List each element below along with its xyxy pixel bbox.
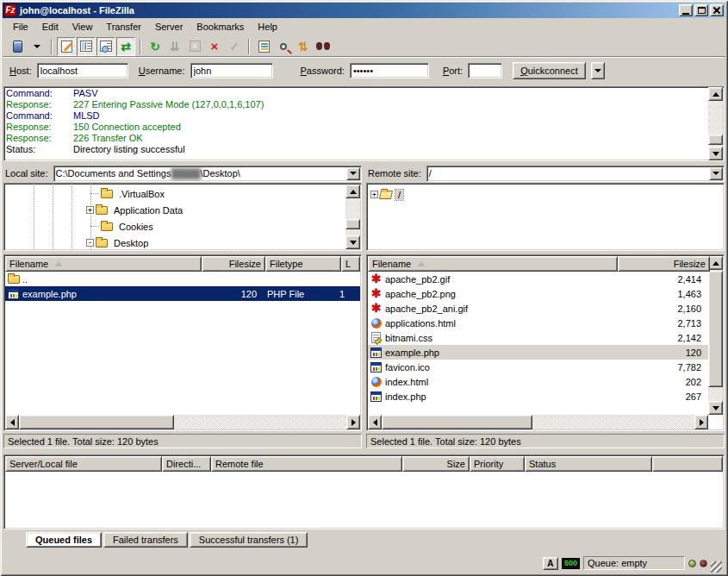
column-header-filesize[interactable]: Filesize <box>202 256 265 272</box>
close-button[interactable] <box>710 4 724 16</box>
quickconnect-dropdown[interactable] <box>591 62 605 79</box>
message-log[interactable]: Command:PASV Response:227 Entering Passi… <box>3 86 725 161</box>
file-row-parent-dir[interactable]: .. <box>5 272 360 286</box>
title-bar[interactable]: Fz john@localhost - FileZilla <box>3 3 725 18</box>
remote-site-combo[interactable]: / <box>426 166 725 182</box>
process-queue-button[interactable]: ⇊ <box>165 37 184 56</box>
scroll-down-button[interactable] <box>708 401 723 415</box>
column-header-filesize[interactable]: Filesize <box>618 256 710 272</box>
column-header-filename[interactable]: Filename <box>5 256 202 272</box>
expand-icon[interactable]: + <box>370 191 378 198</box>
reconnect-button[interactable]: ✓ <box>225 37 244 56</box>
column-header-direction[interactable]: Directi... <box>162 456 211 472</box>
local-site-dropdown[interactable] <box>346 167 360 180</box>
remote-list-hscrollbar[interactable] <box>368 415 708 429</box>
resize-grip[interactable] <box>711 561 722 573</box>
toggle-remote-tree-button[interactable] <box>96 37 115 56</box>
log-scrollbar[interactable] <box>708 87 723 160</box>
remote-list-body[interactable]: ✱apache_pb2.gif2,414 ✱apache_pb2.png1,46… <box>368 272 708 415</box>
scrollbar-thumb[interactable] <box>19 415 174 429</box>
tab-failed-transfers[interactable]: Failed transfers <box>103 532 188 548</box>
tab-successful-transfers[interactable]: Successful transfers (1) <box>190 532 308 548</box>
column-header-modified[interactable]: L <box>341 256 360 272</box>
tree-item-application-data[interactable]: + Application Data <box>4 202 361 218</box>
tree-item-desktop[interactable]: - Desktop <box>4 235 361 251</box>
local-list-hscrollbar[interactable] <box>5 415 360 429</box>
file-row[interactable]: applications.html2,713 <box>368 316 708 330</box>
scroll-up-button[interactable] <box>345 185 360 198</box>
menu-server[interactable]: Server <box>148 20 190 34</box>
collapse-icon[interactable]: - <box>86 239 94 247</box>
column-header-remote-file[interactable]: Remote file <box>211 456 402 472</box>
scroll-up-button[interactable] <box>708 87 723 101</box>
tree-item-cookies[interactable]: Cookies <box>4 218 361 235</box>
local-tree[interactable]: .VirtualBox + Application Data Cookies -… <box>3 183 362 251</box>
host-input[interactable] <box>37 63 128 78</box>
remote-list-vscrollbar[interactable] <box>708 256 723 415</box>
minimize-button[interactable] <box>679 4 693 16</box>
port-input[interactable] <box>468 63 502 78</box>
filter-button[interactable] <box>254 37 273 56</box>
scroll-left-button[interactable] <box>368 415 382 429</box>
menu-edit[interactable]: Edit <box>35 20 65 34</box>
scrollbar-thumb[interactable] <box>345 219 360 229</box>
synchronized-browsing-button[interactable]: ⇅ <box>294 37 313 56</box>
menu-file[interactable]: File <box>6 20 35 34</box>
quickconnect-button[interactable]: Quickconnect <box>513 62 586 79</box>
transfer-type-indicator[interactable]: A <box>543 557 558 570</box>
file-row[interactable]: favicon.ico7,782 <box>368 360 708 374</box>
local-list-body[interactable]: .. example.php 120 PHP File 1 <box>5 272 360 415</box>
expand-icon[interactable]: + <box>86 206 94 214</box>
remote-site-dropdown[interactable] <box>709 167 723 180</box>
column-header-status[interactable]: Status <box>525 456 652 472</box>
scroll-left-button[interactable] <box>5 415 19 429</box>
menu-help[interactable]: Help <box>251 20 284 34</box>
local-tree-scrollbar[interactable] <box>345 185 360 249</box>
menu-view[interactable]: View <box>65 20 100 34</box>
column-header-size[interactable]: Size <box>402 456 470 472</box>
maximize-button[interactable] <box>694 4 708 16</box>
file-row[interactable]: ✱apache_pb2.png1,463 <box>368 286 708 301</box>
scrollbar-thumb[interactable] <box>382 415 532 429</box>
column-header-filename[interactable]: Filename <box>368 256 618 272</box>
column-header-priority[interactable]: Priority <box>470 456 525 472</box>
username-input[interactable] <box>190 63 273 78</box>
scroll-down-button[interactable] <box>345 235 360 249</box>
speed-limit-indicator-icon[interactable]: 500 <box>562 558 580 569</box>
menu-bar: File Edit View Transfer Server Bookmarks… <box>3 18 725 35</box>
scrollbar-thumb[interactable] <box>708 271 723 387</box>
password-input[interactable] <box>350 63 429 78</box>
find-files-button[interactable] <box>314 37 333 56</box>
scroll-right-button[interactable] <box>694 415 708 429</box>
toggle-log-view-button[interactable] <box>57 37 76 56</box>
site-manager-button[interactable] <box>8 37 27 56</box>
menu-bookmarks[interactable]: Bookmarks <box>190 20 251 34</box>
toggle-queue-view-button[interactable]: ⇄ <box>116 37 135 56</box>
scroll-right-button[interactable] <box>346 415 360 429</box>
file-row[interactable]: ✱apache_pb2_ani.gif2,160 <box>368 301 708 316</box>
column-header-server-local-file[interactable]: Server/Local file <box>5 456 162 472</box>
column-header-filetype[interactable]: Filetype <box>265 256 341 272</box>
file-row[interactable]: index.html202 <box>368 374 708 389</box>
directory-comparison-button[interactable] <box>274 37 293 56</box>
cancel-operation-button[interactable]: × <box>185 37 204 56</box>
menu-transfer[interactable]: Transfer <box>99 20 148 34</box>
file-row[interactable]: index.php267 <box>368 389 708 404</box>
remote-tree[interactable]: + / <box>366 183 725 251</box>
toggle-local-tree-button[interactable] <box>77 37 96 56</box>
close-icon <box>712 6 721 15</box>
queue-body[interactable] <box>5 472 723 528</box>
file-row-example-php[interactable]: example.php120 <box>368 345 708 360</box>
file-row[interactable]: ✱apache_pb2.gif2,414 <box>368 272 708 286</box>
tree-item-root[interactable]: + / <box>367 186 724 203</box>
file-row[interactable]: bitnami.css2,142 <box>368 330 708 345</box>
tree-item-virtualbox[interactable]: .VirtualBox <box>4 185 361 202</box>
refresh-button[interactable]: ↻ <box>146 37 165 56</box>
scrollbar-thumb[interactable] <box>708 135 723 145</box>
site-manager-dropdown[interactable] <box>28 37 47 56</box>
tab-queued-files[interactable]: Queued files <box>26 532 102 548</box>
local-site-combo[interactable]: C:\Documents and Settings█████\Desktop\ <box>53 166 362 182</box>
scroll-down-button[interactable] <box>708 147 723 160</box>
disconnect-button[interactable]: × <box>205 37 224 56</box>
file-row-example-php[interactable]: example.php 120 PHP File 1 <box>5 286 360 301</box>
